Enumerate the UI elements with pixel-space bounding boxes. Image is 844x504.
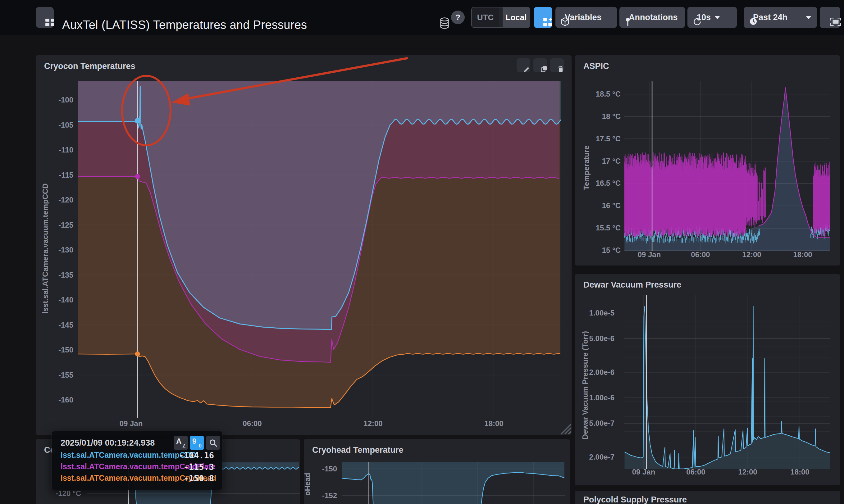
panel-title: ASPIC [583, 61, 609, 71]
annotations-button[interactable]: Annotations [619, 7, 685, 28]
axis-tick: 18 °C [587, 112, 621, 121]
axis-tick: 12:00 [742, 250, 761, 259]
axis-tick: -130 [40, 246, 73, 254]
axis-tick: 2.00e-7 [583, 453, 614, 462]
axis-tick: -105 [40, 121, 73, 129]
legend-row: lsst.sal.ATCamera.vacuum.tempCCD -104.16 [60, 451, 214, 461]
axis-tick: 5.00e-6 [583, 334, 614, 343]
axis-tick: 15.5 °C [587, 223, 621, 232]
sources-button[interactable] [433, 7, 446, 28]
timezone-utc-option[interactable]: UTC [472, 7, 499, 27]
axis-tick: 1.00e-5 [583, 309, 614, 317]
legend-row: lsst.sal.ATCamera.vacuum.tempCryoHead -1… [60, 473, 214, 484]
axis-tick: -150 [312, 465, 337, 473]
sort-a-glyph: A [176, 437, 181, 446]
tooltip-timestamp: 2025/01/09 00:19:24.938 [60, 438, 155, 448]
axis-tick: 06:00 [686, 468, 705, 476]
hover-legend-tooltip: 2025/01/09 00:19:24.938 A Z 9 0 lsst.sal… [52, 431, 222, 490]
panel-title: Polycold Supply Pressure [583, 495, 687, 504]
axis-tick: 15 °C [587, 246, 621, 255]
axis-tick: -125 [40, 221, 73, 230]
axis-tick: 5.00e-7 [583, 419, 614, 428]
add-cell-button[interactable] [534, 7, 552, 28]
axis-tick: -135 [40, 271, 73, 280]
axis-tick: -155 [40, 371, 73, 379]
series-value: -115.3 [184, 462, 214, 472]
axis-tick: -120 [40, 196, 73, 204]
cryocon-chart[interactable] [78, 81, 561, 418]
dashboard-root: AuxTel (LATISS) Temperatures and Pressur… [0, 0, 844, 504]
axis-tick: 12:00 [363, 419, 382, 428]
refresh-interval-dropdown[interactable]: 10s [687, 7, 737, 28]
axis-tick: -152 [312, 491, 337, 500]
axis-tick: 17.5 °C [587, 134, 621, 143]
sort-alphabetical-button[interactable]: A Z [174, 436, 188, 450]
top-nav: AuxTel (LATISS) Temperatures and Pressur… [0, 0, 844, 35]
duplicate-cell-button[interactable] [533, 58, 547, 72]
resize-handle-icon[interactable] [557, 420, 572, 435]
series-label: lsst.sal.ATCamera.vacuum.tempCCD [60, 451, 196, 460]
dashboards-nav-button[interactable] [36, 7, 54, 28]
axis-tick: 18.5 °C [587, 90, 621, 98]
legend-search-button[interactable] [206, 436, 220, 450]
sort-z-glyph: Z [182, 443, 185, 449]
axis-tick: -150 [40, 346, 73, 354]
axis-tick: 06:00 [691, 250, 710, 259]
time-range-dropdown[interactable]: Past 24h [744, 7, 817, 28]
axis-tick: -110 [40, 146, 73, 154]
axis-tick: -100 [40, 96, 73, 104]
dewar-y-axis-label: Dewar Vacuum Pressure (Torr) [581, 298, 590, 472]
axis-tick: 06:00 [243, 419, 262, 428]
sort-9-glyph: 9 [192, 437, 196, 446]
cryohead-chart[interactable] [342, 462, 565, 504]
chevron-down-icon [806, 16, 811, 19]
aspic-chart[interactable] [624, 82, 830, 251]
axis-tick: 16.5 °C [587, 179, 621, 187]
panel-title: Cryocon Temperatures [44, 61, 136, 71]
time-range-label: Past 24h [753, 13, 788, 22]
axis-tick: 17 °C [587, 157, 621, 165]
sort-0-glyph: 0 [199, 443, 202, 449]
axis-tick: 09 Jan [638, 250, 661, 259]
sort-numeric-button[interactable]: 9 0 [190, 436, 204, 450]
axis-tick: -160 [40, 396, 73, 404]
question-icon: ? [455, 13, 460, 22]
panel-title: Cryohead Temperature [312, 445, 403, 455]
axis-tick: 16 °C [587, 201, 621, 210]
series-value: -150.8 [184, 473, 214, 483]
delete-cell-button[interactable] [550, 58, 564, 72]
axis-tick: -115 [40, 171, 73, 179]
axis-tick: 09 Jan [120, 419, 143, 428]
presentation-mode-button[interactable] [820, 7, 840, 28]
chevron-down-icon [715, 16, 720, 19]
timezone-local-option[interactable]: Local [503, 7, 529, 27]
variables-label: Variables [565, 13, 602, 22]
panel-title: Dewar Vacuum Pressure [583, 280, 681, 290]
axis-tick: 18:00 [790, 468, 809, 476]
legend-row: lsst.sal.ATCamera.vacuum.tempColdPlate -… [60, 462, 214, 473]
series-value: -104.16 [179, 451, 214, 460]
help-button[interactable]: ? [451, 11, 465, 24]
axis-tick: -145 [40, 321, 73, 329]
timezone-toggle[interactable]: UTC Local [471, 7, 530, 28]
axis-tick: 09 Jan [632, 468, 656, 476]
dewar-chart[interactable] [624, 295, 830, 469]
axis-tick: 18:00 [484, 419, 503, 428]
annotations-label: Annotations [629, 13, 678, 22]
cryohead-y-axis-label-fragment: oHead [303, 464, 312, 504]
axis-tick: 2.00e-6 [583, 368, 614, 377]
axis-tick: 18:00 [793, 250, 812, 259]
page-title: AuxTel (LATISS) Temperatures and Pressur… [62, 18, 307, 32]
axis-tick: -140 [40, 295, 73, 304]
axis-tick: 1.00e-6 [583, 393, 614, 402]
panel-polycold-supply-pressure: Polycold Supply Pressure [575, 491, 840, 504]
axis-tick: 12:00 [738, 468, 757, 476]
axis-tick: -120 °C [50, 489, 81, 498]
variables-button[interactable]: Variables [555, 7, 617, 28]
edit-cell-button[interactable] [517, 58, 530, 72]
